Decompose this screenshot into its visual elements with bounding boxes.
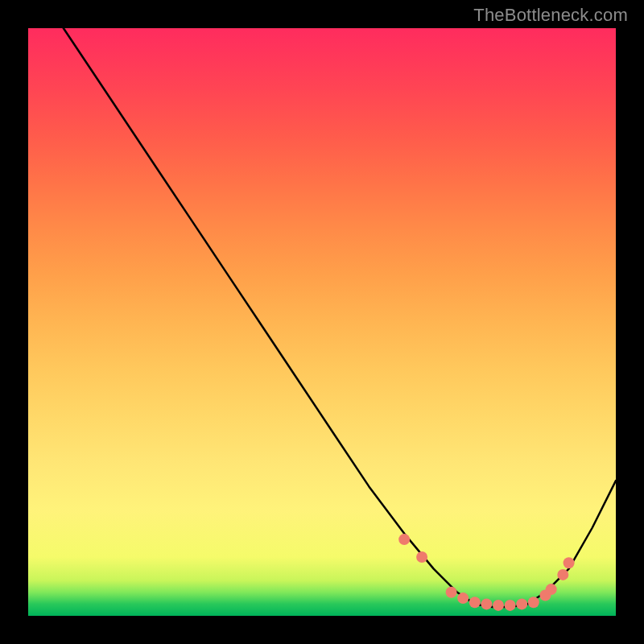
highlight-dot (546, 584, 557, 595)
highlight-dot (516, 598, 527, 609)
highlight-dot (481, 598, 492, 609)
highlight-dot (564, 557, 575, 568)
highlight-dot (493, 600, 504, 611)
plot-area (28, 28, 616, 616)
highlight-dot (416, 551, 427, 563)
highlight-dot (469, 597, 481, 608)
highlight-dot (528, 597, 539, 608)
highlight-dot (505, 600, 516, 611)
highlight-dot (457, 592, 469, 604)
highlight-dot (446, 587, 457, 598)
chart-frame: TheBottleneck.com (0, 0, 644, 644)
highlight-dot (398, 534, 410, 545)
watermark-text: TheBottleneck.com (473, 5, 628, 26)
bottleneck-curve (64, 28, 616, 607)
highlight-dots (398, 534, 574, 611)
highlight-dot (557, 569, 568, 580)
chart-svg (28, 28, 616, 616)
